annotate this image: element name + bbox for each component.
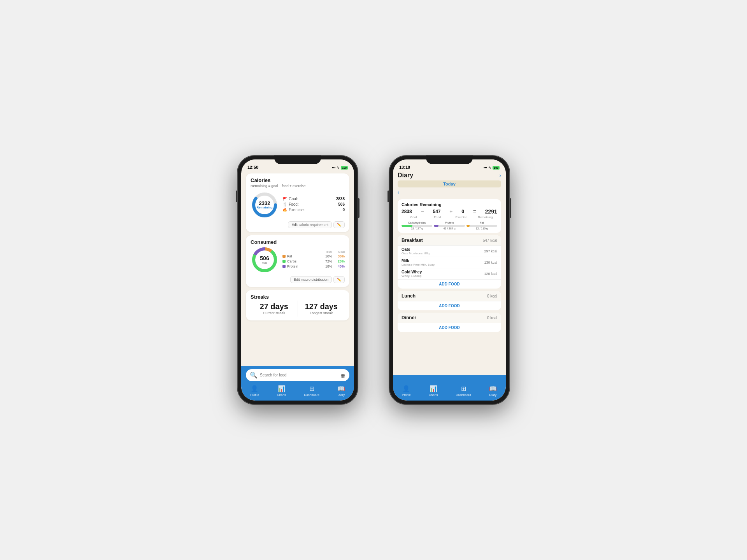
diary-title: Diary	[398, 172, 413, 179]
minus-sign: −	[421, 208, 424, 215]
lunch-add-food[interactable]: ADD FOOD	[398, 301, 501, 310]
goldwhey-item[interactable]: Gold Whey Whey, 1Scoop 120 kcal	[398, 268, 501, 279]
carbs-bar-val: 62 / 177 g	[402, 227, 432, 230]
carbs-dot	[282, 260, 286, 263]
goal-label: Goal:	[289, 197, 298, 201]
diary-icon-1: 📖	[337, 385, 345, 392]
fat-bar-item: Fat 12 / 110 g	[466, 221, 497, 230]
nav-tab-charts-1[interactable]: 📊 Charts	[277, 385, 286, 397]
dashboard-icon-1: ⊞	[309, 385, 314, 392]
diary-nav-btn[interactable]: ›	[499, 172, 501, 178]
calories-card: Calories Remaining = goal – food + exerc…	[246, 173, 349, 232]
equals-sign: =	[473, 208, 476, 215]
oats-item[interactable]: Oats Oats Morrisons, 80g 297 kcal	[398, 245, 501, 257]
breakfast-section: Breakfast 547 kcal Oats Oats Morrisons, …	[398, 235, 501, 289]
consumed-kcal-num: 506	[260, 256, 269, 261]
diary-food-label: Food	[426, 215, 450, 219]
edit-macro-label: Edit macro distribution	[290, 276, 332, 283]
protein-bar-item: Protein 42 / 284 g	[434, 221, 465, 230]
goldwhey-name: Gold Whey	[402, 270, 422, 274]
charts-label-1: Charts	[277, 393, 286, 397]
search-bar[interactable]: 🔍 ▦	[246, 369, 349, 381]
consumed-card: Consumed 506	[246, 235, 349, 287]
longest-streak-label: Longest streak	[298, 311, 345, 315]
nav-tab-charts-2[interactable]: 📊 Charts	[429, 385, 438, 397]
nav-tab-dashboard-2[interactable]: ⊞ Dashboard	[456, 385, 471, 397]
diary-remaining-num: 2291	[485, 208, 497, 215]
macro-legend: Total Goal Fat 10% 35%	[282, 250, 345, 270]
carbs-bar-track	[402, 225, 432, 227]
profile-label-1: Profile	[250, 393, 259, 397]
carbs-bar-fill	[402, 225, 412, 227]
scroll-area-1[interactable]: Calories Remaining = goal – food + exerc…	[241, 170, 354, 366]
edit-macro-btn[interactable]: Edit macro distribution ✏️	[251, 276, 345, 283]
macro-bars: Carbohydrates 62 / 177 g Protein 42 / 28…	[402, 221, 497, 230]
battery-2: 100	[493, 166, 500, 170]
nav-tab-profile-1[interactable]: 👤 Profile	[250, 385, 259, 397]
nav-tab-diary-1[interactable]: 📖 Diary	[337, 385, 345, 397]
back-btn[interactable]: ‹	[398, 189, 501, 195]
protein-bar-val: 42 / 284 g	[434, 227, 465, 230]
current-streak-label: Current streak	[251, 311, 298, 315]
goldwhey-kcal: 120 kcal	[484, 272, 497, 276]
fat-dot	[282, 255, 286, 258]
status-icons-1: ▪▪▪ ∿ 100	[332, 166, 348, 170]
calories-donut: 2332 Remaining	[251, 191, 279, 219]
calories-remaining-num: 2332	[257, 201, 273, 206]
milk-kcal: 130 kcal	[484, 261, 497, 264]
breakfast-header: Breakfast 547 kcal	[398, 235, 501, 245]
profile-icon-2: 👤	[402, 385, 410, 392]
cal-rem-numbers: 2838 − 547 + 0 = 2291	[402, 208, 497, 215]
cal-sub-labels: Goal Food Exercise Remaining	[402, 215, 497, 219]
today-bar: Today	[398, 180, 501, 187]
milk-sub: Lactose Free Milk, 1cup	[402, 263, 435, 266]
nav-tabs-1: 👤 Profile 📊 Charts ⊞ Dashboard 📖 Diary	[241, 383, 354, 401]
dinner-header: Dinner 0 kcal	[398, 313, 501, 323]
diary-bottom-curve	[393, 375, 506, 383]
nav-tab-profile-2[interactable]: 👤 Profile	[402, 385, 411, 397]
diary-bottom-nav: 👤 Profile 📊 Charts ⊞ Dashboard 📖 Diary	[393, 375, 506, 401]
diary-nav-tabs: 👤 Profile 📊 Charts ⊞ Dashboard 📖 Diary	[393, 383, 506, 401]
protein-label: Protein	[287, 264, 298, 268]
search-input[interactable]	[260, 373, 338, 377]
dinner-name: Dinner	[402, 315, 416, 320]
oats-name: Oats	[402, 247, 430, 252]
food-label: Food:	[289, 202, 299, 206]
protein-pct: 18%	[325, 264, 332, 268]
carbs-label: Carbs	[287, 259, 296, 263]
diary-icon-2: 📖	[489, 385, 497, 392]
protein-dot	[282, 265, 286, 268]
edit-caloric-label: Edit caloric requirement	[288, 221, 332, 228]
scroll-area-2[interactable]: Calories Remaining 2838 − 547 + 0 = 2291…	[393, 196, 506, 375]
barcode-icon: ▦	[340, 372, 345, 378]
diary-remaining-label: Remaining	[473, 215, 498, 219]
signal-icon-2: ▪▪▪	[484, 166, 487, 170]
milk-item[interactable]: Milk Lactose Free Milk, 1cup 130 kcal	[398, 257, 501, 268]
edit-caloric-btn[interactable]: Edit caloric requirement ✏️	[251, 221, 345, 228]
dashboard-label-1: Dashboard	[304, 393, 319, 397]
oats-kcal: 297 kcal	[484, 249, 497, 253]
bottom-nav-1: 🔍 ▦ 👤 Profile 📊 Charts ⊞ Dashboard	[241, 366, 354, 401]
status-icons-2: ▪▪▪ ∿ 100	[484, 166, 500, 170]
breakfast-kcal: 547 kcal	[483, 238, 497, 243]
nav-tab-dashboard-1[interactable]: ⊞ Dashboard	[304, 385, 319, 397]
fat-bar-fill	[466, 225, 470, 227]
cal-stats: 🚩 Goal: 2838 🍴 Food: 506	[282, 197, 345, 213]
lunch-section: Lunch 0 kcal ADD FOOD	[398, 291, 501, 310]
lunch-kcal: 0 kcal	[487, 294, 497, 298]
exercise-label: Exercise:	[289, 208, 305, 212]
carbs-goal: 25%	[338, 259, 345, 263]
search-icon: 🔍	[250, 371, 258, 379]
fat-goal: 35%	[338, 254, 345, 258]
profile-label-2: Profile	[402, 393, 411, 397]
breakfast-add-food[interactable]: ADD FOOD	[398, 279, 501, 289]
lunch-header: Lunch 0 kcal	[398, 291, 501, 301]
dinner-add-food[interactable]: ADD FOOD	[398, 323, 501, 332]
calories-title: Calories	[251, 177, 345, 183]
total-header: Total	[325, 250, 332, 254]
goal-flag-icon: 🚩	[282, 197, 287, 201]
profile-icon-1: 👤	[251, 385, 258, 392]
charts-icon-1: 📊	[278, 385, 286, 392]
pencil-icon-2: ✏️	[333, 276, 345, 283]
nav-tab-diary-2[interactable]: 📖 Diary	[489, 385, 497, 397]
